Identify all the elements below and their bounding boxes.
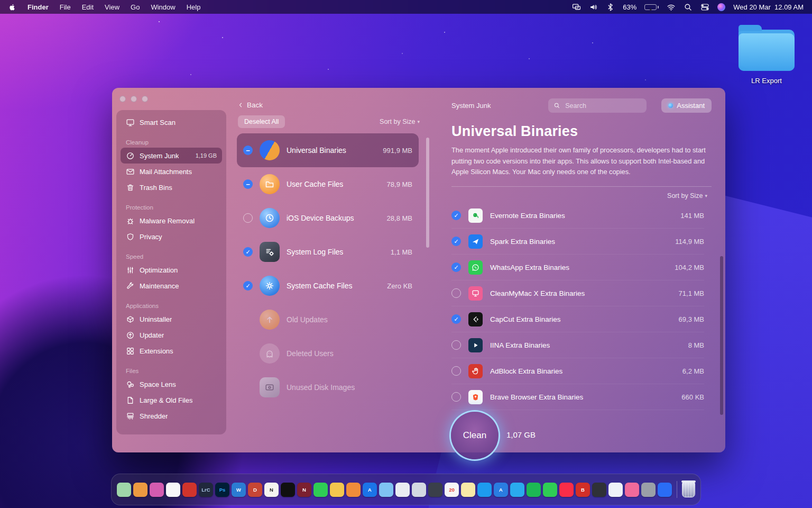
binary-row[interactable]: Brave Browser Extra Binaries 660 KB xyxy=(451,384,704,410)
dock-icon-word[interactable]: W xyxy=(232,483,246,497)
search-input[interactable] xyxy=(564,102,641,110)
spotlight-icon[interactable] xyxy=(684,3,693,11)
siri-icon[interactable] xyxy=(717,3,725,11)
cleanup-category-row[interactable]: Universal Binaries 991,9 MB xyxy=(237,133,419,167)
dock-icon-bluetooth-app[interactable] xyxy=(658,483,672,497)
menu-bar-clock[interactable]: Wed 20 Mar 12.09 AM xyxy=(733,3,804,11)
cleanup-category-row[interactable]: iOS Device Backups 28,8 MB xyxy=(237,201,419,235)
sidebar-item[interactable]: Malware Removal xyxy=(121,213,222,229)
dock-icon-screen-app[interactable] xyxy=(117,483,131,497)
dock-icon-white-oval-app[interactable] xyxy=(608,483,623,497)
close-button[interactable] xyxy=(119,96,126,102)
dock-icon-app-store[interactable]: A xyxy=(363,483,377,497)
sidebar-item[interactable]: Mail Attachments xyxy=(121,164,222,179)
category-checkbox[interactable] xyxy=(243,281,253,291)
dock-icon-red-circle-app[interactable] xyxy=(182,483,197,497)
dock-icon-lightroom-classic[interactable]: LrC xyxy=(199,483,213,497)
dock-icon-activity-monitor[interactable] xyxy=(395,483,410,497)
cleanup-category-row[interactable]: Deleted Users xyxy=(237,337,419,370)
trash-icon[interactable] xyxy=(682,482,695,497)
binary-row[interactable]: CapCut Extra Binaries 69,3 MB xyxy=(451,306,704,332)
category-checkbox[interactable] xyxy=(243,247,253,257)
menu-item[interactable]: File xyxy=(60,3,71,11)
binary-row[interactable]: Evernote Extra Binaries 141 MB xyxy=(451,203,704,229)
dock-icon-apple-music[interactable] xyxy=(559,483,574,497)
dock-icon-red-b-app[interactable]: B xyxy=(576,483,590,497)
binary-checkbox[interactable] xyxy=(451,392,461,402)
dock-icon-notes[interactable] xyxy=(461,483,475,497)
cleanup-category-row[interactable]: Old Updates xyxy=(237,303,419,337)
sort-by-size-detail[interactable]: Sort by Size xyxy=(667,192,707,199)
cleanup-category-row[interactable]: User Cache Files 78,9 MB xyxy=(237,167,419,201)
binary-checkbox[interactable] xyxy=(451,262,461,272)
dock-icon-photoshop[interactable]: Ps xyxy=(215,483,229,497)
middle-scrollbar[interactable] xyxy=(426,138,429,248)
binary-checkbox[interactable] xyxy=(451,314,461,324)
binary-checkbox[interactable] xyxy=(451,237,461,246)
dock-icon-ruler-app[interactable] xyxy=(412,483,426,497)
cleanup-category-row[interactable]: System Log Files 1,1 MB xyxy=(237,235,419,269)
cleanup-category-row[interactable]: System Cache Files Zero KB xyxy=(237,269,419,303)
deselect-all-button[interactable]: Deselect All xyxy=(238,115,285,128)
dock-icon-brave[interactable] xyxy=(166,483,180,497)
binary-row[interactable]: CleanMyMac X Extra Binaries 71,1 MB xyxy=(451,280,704,306)
category-checkbox[interactable] xyxy=(243,179,253,189)
minimize-button[interactable] xyxy=(131,96,137,102)
binary-checkbox[interactable] xyxy=(451,366,461,376)
binary-row[interactable]: AdBlock Extra Binaries 6,2 MB xyxy=(451,358,704,384)
dock-icon-blue-a-app[interactable]: A xyxy=(494,483,508,497)
menu-item[interactable]: Finder xyxy=(27,3,49,11)
dock-icon-pink-app[interactable] xyxy=(150,483,164,497)
menu-item[interactable]: Edit xyxy=(82,3,94,11)
binary-row[interactable]: WhatsApp Extra Binaries 104,2 MB xyxy=(451,255,704,280)
sidebar-item[interactable]: Smart Scan xyxy=(121,114,222,130)
control-center-icon[interactable] xyxy=(700,3,709,11)
wifi-icon[interactable] xyxy=(667,3,676,11)
dock-icon-orange-doc-app[interactable] xyxy=(346,483,361,497)
dock-icon-calculator[interactable] xyxy=(428,483,442,497)
sidebar-item[interactable]: Optimization xyxy=(121,262,222,278)
search-field[interactable] xyxy=(548,98,647,113)
sidebar-item[interactable]: Large & Old Files xyxy=(121,392,222,408)
dock-icon-telegram[interactable] xyxy=(510,483,524,497)
assistant-button[interactable]: Assistant xyxy=(661,98,712,113)
binary-checkbox[interactable] xyxy=(451,211,461,220)
dock-icon-settings[interactable] xyxy=(641,483,656,497)
sidebar-item[interactable]: Space Lens xyxy=(121,376,222,392)
dock-icon-launchpad[interactable] xyxy=(133,483,147,497)
dock-icon-maroon-n-app[interactable]: N xyxy=(297,483,311,497)
screen-mirroring-icon[interactable] xyxy=(572,3,581,11)
sidebar-item[interactable]: Privacy xyxy=(121,229,222,244)
dock-icon-pink-photos-app[interactable] xyxy=(625,483,639,497)
back-button[interactable]: Back xyxy=(238,98,430,111)
detail-scrollbar[interactable] xyxy=(720,256,723,415)
binary-checkbox[interactable] xyxy=(451,288,461,298)
dock-icon-pencil-app[interactable] xyxy=(330,483,344,497)
sidebar-item[interactable]: Extensions xyxy=(121,343,222,359)
dock-icon-light-blue-app[interactable] xyxy=(379,483,393,497)
apple-menu-icon[interactable] xyxy=(8,3,16,11)
dock-icon-voice-memos[interactable] xyxy=(592,483,606,497)
menu-item[interactable]: Window xyxy=(151,3,175,11)
menu-item[interactable]: Help xyxy=(187,3,201,11)
dock-icon-twitter[interactable] xyxy=(477,483,492,497)
sidebar-item[interactable]: Trash Bins xyxy=(121,179,222,195)
category-checkbox[interactable] xyxy=(243,146,253,155)
sidebar-item[interactable]: Updater xyxy=(121,327,222,343)
dock-icon-whatsapp[interactable] xyxy=(313,483,328,497)
dock-icon-calendar[interactable]: 20 xyxy=(445,483,459,497)
menu-item[interactable]: Go xyxy=(131,3,140,11)
volume-icon[interactable] xyxy=(589,3,598,11)
dock-icon-red-d-app[interactable]: D xyxy=(248,483,262,497)
category-checkbox[interactable] xyxy=(243,213,253,223)
sort-by-size-middle[interactable]: Sort by Size xyxy=(380,118,420,125)
binary-checkbox[interactable] xyxy=(451,340,461,350)
sidebar-item[interactable]: Uninstaller xyxy=(121,311,222,327)
sidebar-item[interactable]: System Junk 1,19 GB xyxy=(121,148,222,164)
binary-row[interactable]: IINA Extra Binaries 8 MB xyxy=(451,332,704,358)
dock-icon-whatsapp-2[interactable] xyxy=(543,483,557,497)
dock-icon-notion[interactable]: N xyxy=(264,483,279,497)
binary-row[interactable]: Spark Extra Binaries 114,9 MB xyxy=(451,229,704,255)
clean-button[interactable]: Clean xyxy=(451,412,499,459)
bluetooth-icon[interactable] xyxy=(606,3,615,11)
